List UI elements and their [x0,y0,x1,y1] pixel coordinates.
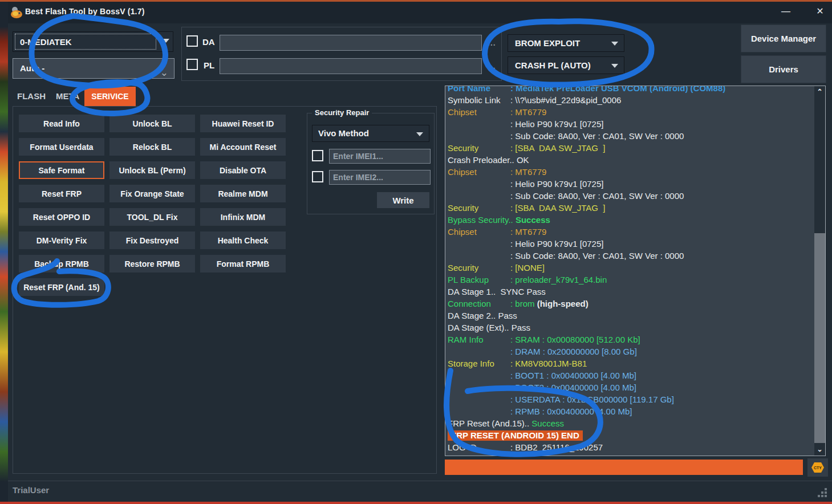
scroll-down-icon[interactable]: ⌄ [814,445,825,453]
service-button-reset-frp[interactable]: Reset FRP [19,185,104,202]
log-line: DA Stage 2.. Pass [448,310,803,322]
chevron-down-icon [163,39,169,43]
pl-label: PL [204,60,214,70]
service-button-relock-bl[interactable]: Relock BL [109,138,195,156]
log-line: Storage Info: KM8V8001JM-B81 [448,357,803,369]
service-button-infinix-mdm[interactable]: Infinix MDM [200,208,286,226]
service-button-tool-dl-fix[interactable]: TOOL_DL Fix [109,208,195,226]
log-line: Security: [NONE] [448,262,803,274]
log-line: : USERDATA : 0x1DCB000000 [119.17 Gb] [448,393,803,405]
tab-meta[interactable]: META [56,91,79,101]
logo-badge-button[interactable]: CTY [807,458,828,477]
annotation-circle-exploit-combos [485,21,652,84]
log-scrollbar[interactable]: ⌃ ⌄ [814,86,825,456]
log-line: : Helio P90 k79v1 [0725] [448,178,803,190]
service-button-read-info[interactable]: Read Info [19,115,104,132]
pl-checkbox[interactable] [186,59,198,70]
imei1-checkbox[interactable] [312,150,323,161]
da-checkbox[interactable] [186,35,198,47]
brom-exploit-select[interactable]: BROM EXPLOIT [508,34,624,52]
service-button-huawei-reset-id[interactable]: Huawei Reset ID [200,115,286,132]
da-label: DA [202,37,215,47]
log-line: Security: [SBA DAA SW_JTAG ] [448,142,803,154]
tab-flash[interactable]: FLASH [17,91,46,101]
drivers-button[interactable]: Drivers [741,55,826,83]
log-line: Chipset: MT6779 [448,106,803,118]
da-file-input[interactable] [220,35,482,51]
service-button-unlock-bl[interactable]: Unlock BL [109,115,195,132]
security-repair-title: Security Repair [312,108,372,117]
service-button-reset-oppo-id[interactable]: Reset OPPO ID [19,208,104,226]
log-line: : RPMB : 0x00400000 [4.00 Mb] [448,405,803,417]
service-button-fix-destroyed[interactable]: Fix Destroyed [109,231,195,249]
service-button-reset-frp-and-15-[interactable]: Reset FRP (And. 15) [19,278,104,296]
log-line: Crash Preloader.. OK [448,154,803,166]
chevron-down-icon: ⌄ [160,63,168,83]
pl-browse-button[interactable]: ... [488,62,496,71]
log-line: LOG ID: BDB2_251116_190257 [448,441,803,453]
log-line: FRP Reset (And.15).. Success [448,417,803,429]
statusbar-divider [8,481,832,481]
method-select[interactable]: Vivo Method [312,125,429,142]
crash-pl-value: CRASH PL (AUTO) [515,60,591,70]
tab-service[interactable]: SERIVICE [84,87,136,106]
service-button-fix-orange-state[interactable]: Fix Orange State [109,185,195,202]
window-bottom-border [0,502,832,504]
log-panel: Port Name: MediaTek PreLoader USB VCOM (… [445,86,826,456]
log-line: Bypass Security.. Success [448,214,803,226]
service-button-dm-verity-fix[interactable]: DM-Verity Fix [19,231,104,249]
write-button[interactable]: Write [377,192,429,208]
log-line: RAM Info: SRAM : 0x00080000 [512.00 Kb] [448,334,803,346]
app-window: Best Flash Tool by BossV (1.7) — ✕ 0-MED… [0,0,832,504]
minimize-button[interactable]: — [773,3,799,20]
log-line: DA Stage (Ext).. Pass [448,322,803,334]
preset-select[interactable]: Auto - ⌄ [13,58,174,79]
scrollbar-thumb[interactable] [814,233,825,443]
service-button-disable-ota[interactable]: Disable OTA [200,161,286,179]
log-line: DA Stage 1.. SYNC Pass [448,286,803,298]
svg-text:CTY: CTY [814,466,822,470]
log-line: : BOOT2 : 0x00400000 [4.00 Mb] [448,381,803,393]
log-line: : BOOT1 : 0x00400000 [4.00 Mb] [448,369,803,381]
log-line: : Helio P90 k79v1 [0725] [448,118,803,130]
model-select-value: 0-MEDIATEK [15,34,156,50]
brom-exploit-value: BROM EXPLOIT [515,38,580,48]
log-line: : Sub Code: 8A00, Ver : CA01, SW Ver : 0… [448,250,803,262]
service-button-safe-format[interactable]: Safe Format [19,161,104,179]
service-button-health-check[interactable]: Health Check [200,231,286,249]
log-line: : DRAM : 0x200000000 [8.00 Gb] [448,346,803,357]
log-line: : Sub Code: 8A00, Ver : CA01, SW Ver : 0… [448,190,803,202]
preset-select-value: Auto - [20,63,44,73]
log-line: Connection: brom (high-speed) [448,298,803,310]
crash-pl-select[interactable]: CRASH PL (AUTO) [508,56,624,74]
service-button-mi-account-reset[interactable]: Mi Account Reset [200,138,286,156]
service-button-restore-rpmb[interactable]: Restore RPMB [109,255,195,273]
service-button-backup-rpmb[interactable]: Backup RPMB [19,255,104,273]
chevron-down-icon [611,64,618,68]
log-output: Port Name: MediaTek PreLoader USB VCOM (… [448,86,803,453]
hex-badge-icon: CTY [811,461,825,474]
scroll-up-icon[interactable]: ⌃ [814,88,825,96]
da-browse-button[interactable]: ... [488,38,496,47]
pl-file-input[interactable] [220,58,482,74]
license-user-label: TrialUser [13,485,49,495]
log-line: Chipset: MT6779 [448,166,803,178]
service-button-realme-mdm[interactable]: Realme MDM [200,185,286,202]
close-button[interactable]: ✕ [807,3,832,20]
service-button-format-userdata[interactable]: Format Userdata [19,138,104,156]
imei2-checkbox[interactable] [312,171,323,182]
chevron-down-icon [416,132,423,136]
imei2-input[interactable]: Enter IMEI2... [329,170,431,185]
imei1-input[interactable]: Enter IMEI1... [329,149,431,164]
desktop-wallpaper-strip [0,2,8,502]
log-line: : Helio P90 k79v1 [0725] [448,238,803,250]
model-select[interactable]: 0-MEDIATEK [13,31,173,52]
log-line: : Sub Code: 8A00, Ver : CA01, SW Ver : 0… [448,130,803,142]
resize-grip[interactable] [817,488,828,498]
service-button-format-rpmb[interactable]: Format RPMB [200,255,286,273]
method-select-value: Vivo Method [318,128,369,138]
chevron-down-icon [611,42,618,46]
log-line: FRP RESET (ANDROID 15) END [448,429,803,441]
service-button-unlock-bl-perm-[interactable]: Unlock BL (Perm) [109,161,195,179]
device-manager-button[interactable]: Device Manager [741,25,826,52]
